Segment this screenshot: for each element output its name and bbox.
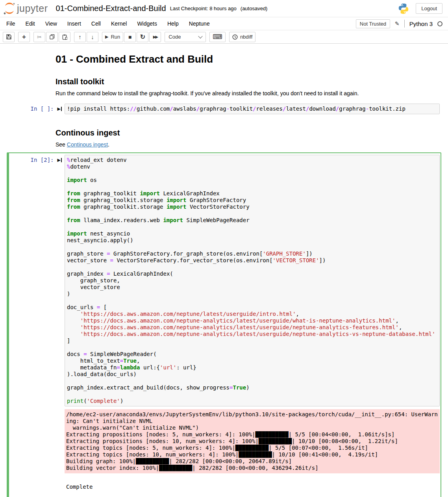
code-editor[interactable]: %reload_ext dotenv%dotenv import os from… — [65, 155, 440, 406]
paste-icon — [62, 34, 67, 40]
trust-status-badge[interactable]: Not Trusted — [356, 19, 390, 28]
code-cell-pip-install[interactable]: In [ ]: ▶ !pip install https://github.co… — [7, 101, 441, 117]
edit-mode-pencil-icon: ✎ — [395, 21, 400, 26]
stdout-output: Complete — [65, 481, 440, 491]
ingest-text-suffix: . — [108, 141, 109, 148]
save-button[interactable] — [3, 32, 15, 42]
continous-ingest-heading: Continous ingest — [56, 128, 440, 137]
run-button-label: Run — [111, 34, 120, 40]
menu-view[interactable]: View — [40, 18, 62, 29]
run-button[interactable]: ▶ Run — [102, 32, 123, 42]
logout-button[interactable]: Logout — [416, 3, 442, 14]
restart-run-all-button[interactable]: ▶▶ — [149, 32, 161, 42]
autosave-status: (autosaved) — [241, 6, 268, 11]
arrow-up-icon: ↑ — [78, 34, 81, 40]
checkpoint-status: Last Checkpoint: 8 hours ago — [170, 6, 237, 11]
stop-icon: ■ — [128, 34, 131, 40]
menu-insert[interactable]: Insert — [62, 18, 86, 29]
markdown-cell-title[interactable]: 01 - Combined Extract and Build — [56, 53, 440, 65]
ingest-text-prefix: See — [56, 141, 67, 148]
interrupt-kernel-button[interactable]: ■ — [124, 32, 136, 42]
kernel-name: Python 3 — [409, 20, 433, 27]
menu-kernel[interactable]: Kernel — [106, 18, 132, 29]
save-icon — [6, 34, 11, 39]
run-cell-marker-icon[interactable]: ▶ — [57, 107, 62, 111]
notebook-area: 01 - Combined Extract and Build Install … — [0, 44, 448, 497]
cut-cell-button[interactable]: ✂ — [33, 32, 45, 42]
command-palette-button[interactable]: ⌨ — [209, 32, 226, 42]
menu-help[interactable]: Help — [162, 18, 184, 29]
install-toolkit-heading: Install toolkit — [56, 77, 440, 86]
run-cell-marker-icon[interactable]: ▶ — [57, 158, 62, 162]
menu-neptune[interactable]: Neptune — [184, 18, 215, 29]
page-title: 01 - Combined Extract and Build — [56, 53, 440, 65]
scissors-icon: ✂ — [37, 34, 42, 40]
input-prompt: In [2]: — [31, 157, 54, 163]
notebook-title[interactable]: 01-Combined-Extract-and-Build — [56, 4, 166, 13]
menu-bar: File Edit View Insert Cell Kernel Widget… — [0, 17, 448, 30]
install-toolkit-text: Run the command below to install the gra… — [56, 90, 440, 96]
python-logo-icon — [398, 3, 409, 15]
chevron-down-icon — [198, 34, 203, 38]
menu-cell[interactable]: Cell — [86, 18, 106, 29]
nbdiff-button[interactable]: nbdiff — [229, 32, 256, 42]
markdown-cell-install[interactable]: Install toolkit Run the command below to… — [56, 77, 440, 96]
move-cell-up-button[interactable]: ↑ — [74, 32, 86, 42]
jupyter-logo-icon — [3, 2, 16, 15]
play-icon: ▶ — [105, 35, 108, 39]
output-prompt-spacer — [9, 479, 65, 481]
kernel-idle-icon — [437, 21, 442, 26]
cell-type-dropdown[interactable]: Code — [165, 32, 206, 42]
nbdiff-label: nbdiff — [240, 34, 253, 40]
divider — [404, 20, 405, 28]
copy-icon — [50, 34, 55, 39]
fast-forward-icon: ▶▶ — [153, 35, 157, 39]
restart-kernel-button[interactable]: ↻ — [137, 32, 148, 42]
output-prompt-spacer — [9, 406, 65, 408]
paste-cell-button[interactable] — [59, 32, 70, 42]
stderr-output: /home/ec2-user/anaconda3/envs/JupyterSys… — [65, 409, 440, 473]
move-cell-down-button[interactable]: ↓ — [87, 32, 98, 42]
notebook-toolbar: + ✂ ↑ ↓ ▶ Run ■ ↻ ▶▶ Code ⌨ nbdiff — [0, 30, 448, 44]
menu-file[interactable]: File — [1, 18, 20, 29]
continous-ingest-link[interactable]: Continous ingest — [67, 141, 108, 148]
cell-type-selected: Code — [168, 34, 181, 40]
insert-cell-button[interactable]: + — [18, 32, 30, 42]
plus-icon: + — [22, 33, 26, 40]
menu-widgets[interactable]: Widgets — [132, 18, 162, 29]
clock-icon — [232, 34, 238, 40]
code-editor[interactable]: !pip install https://github.com/awslabs/… — [65, 104, 440, 114]
code-cell-extract-and-build[interactable]: In [2]: ▶ %reload_ext dotenv%dotenv impo… — [7, 152, 441, 497]
app-header: jupyter 01-Combined-Extract-and-Build La… — [0, 0, 448, 17]
keyboard-icon: ⌨ — [213, 33, 222, 40]
input-prompt: In [ ]: — [31, 106, 54, 112]
jupyter-logo-text: jupyter — [17, 3, 48, 14]
restart-icon: ↻ — [140, 34, 145, 40]
menu-edit[interactable]: Edit — [20, 18, 40, 29]
markdown-cell-ingest[interactable]: Continous ingest See Continous ingest. — [56, 128, 440, 148]
copy-cell-button[interactable] — [46, 32, 58, 42]
jupyter-logo[interactable]: jupyter — [3, 2, 48, 15]
arrow-down-icon: ↓ — [91, 34, 94, 40]
